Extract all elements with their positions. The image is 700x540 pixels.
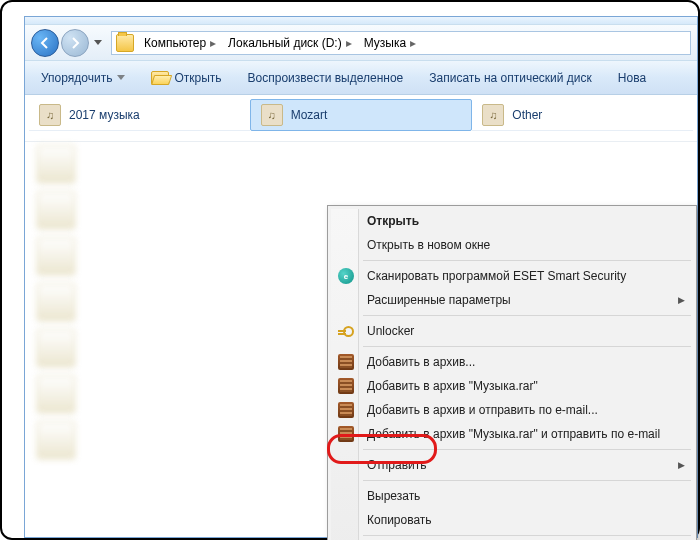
breadcrumb-label: Компьютер [144, 36, 206, 50]
open-button[interactable]: Открыть [143, 65, 229, 91]
burn-disc-button[interactable]: Записать на оптический диск [421, 65, 600, 91]
menu-separator [363, 346, 691, 347]
organize-label: Упорядочить [41, 71, 112, 85]
menu-label: Добавить в архив... [367, 355, 475, 369]
folder-name: Mozart [291, 108, 328, 122]
navbar: Компьютер▸ Локальный диск (D:)▸ Музыка▸ [25, 25, 697, 61]
breadcrumb-label: Локальный диск (D:) [228, 36, 342, 50]
menu-add-archive-named-email[interactable]: Добавить в архив "Музыка.rar" и отправит… [331, 422, 693, 446]
menu-label: Добавить в архив "Музыка.rar" [367, 379, 538, 393]
menu-label: Расширенные параметры [367, 293, 511, 307]
address-bar[interactable]: Компьютер▸ Локальный диск (D:)▸ Музыка▸ [111, 31, 691, 55]
context-menu: Открыть Открыть в новом окне eСканироват… [327, 205, 697, 540]
menu-open-new-window[interactable]: Открыть в новом окне [331, 233, 693, 257]
thumb-icon [37, 191, 75, 229]
menu-label: Отправить [367, 458, 427, 472]
submenu-arrow-icon: ▶ [678, 295, 685, 305]
thumb-icon [37, 145, 75, 183]
menu-separator [363, 260, 691, 261]
menu-separator [363, 315, 691, 316]
chevron-right-icon: ▸ [410, 36, 416, 50]
content-area: 2017 музыка Mozart Other [25, 95, 697, 537]
menu-label: Вырезать [367, 489, 420, 503]
subitem-list [25, 135, 285, 469]
burn-label: Записать на оптический диск [429, 71, 592, 85]
submenu-arrow-icon: ▶ [678, 460, 685, 470]
history-dropdown[interactable] [91, 33, 105, 53]
arrow-right-icon [69, 37, 81, 49]
menu-label: Добавить в архив "Музыка.rar" и отправит… [367, 427, 660, 441]
menu-label: Unlocker [367, 324, 414, 338]
forward-button[interactable] [61, 29, 89, 57]
organize-button[interactable]: Упорядочить [33, 65, 133, 91]
chevron-right-icon: ▸ [210, 36, 216, 50]
open-folder-icon [151, 71, 169, 85]
open-label: Открыть [174, 71, 221, 85]
folder-icon [116, 34, 134, 52]
menu-add-archive-email[interactable]: Добавить в архив и отправить по e-mail..… [331, 398, 693, 422]
chevron-right-icon: ▸ [346, 36, 352, 50]
chevron-down-icon [117, 75, 125, 80]
menu-unlocker[interactable]: Unlocker [331, 319, 693, 343]
list-item[interactable] [31, 233, 279, 279]
list-item[interactable] [31, 371, 279, 417]
menu-scan-eset[interactable]: eСканировать программой ESET Smart Secur… [331, 264, 693, 288]
arrow-left-icon [39, 37, 51, 49]
folder-thumb-icon [261, 104, 283, 126]
breadcrumb-segment[interactable]: Музыка▸ [358, 32, 422, 54]
folder-thumb-icon [39, 104, 61, 126]
menu-open[interactable]: Открыть [331, 209, 693, 233]
thumb-icon [37, 283, 75, 321]
play-selection-button[interactable]: Воспроизвести выделенное [240, 65, 412, 91]
winrar-icon [337, 377, 355, 395]
menu-label: Сканировать программой ESET Smart Securi… [367, 269, 626, 283]
winrar-icon [337, 401, 355, 419]
newf-label: Нова [618, 71, 646, 85]
thumb-icon [37, 375, 75, 413]
menu-label: Копировать [367, 513, 432, 527]
menu-label: Добавить в архив и отправить по e-mail..… [367, 403, 598, 417]
list-item[interactable] [31, 187, 279, 233]
list-item[interactable] [31, 417, 279, 463]
new-folder-button[interactable]: Нова [610, 65, 654, 91]
menu-label: Открыть в новом окне [367, 238, 490, 252]
chevron-down-icon [94, 40, 102, 45]
menu-label: Открыть [367, 214, 419, 228]
menu-copy[interactable]: Копировать [331, 508, 693, 532]
menu-send-to[interactable]: Отправить▶ [331, 453, 693, 477]
play-label: Воспроизвести выделенное [248, 71, 404, 85]
thumb-icon [37, 421, 75, 459]
menu-separator [363, 480, 691, 481]
titlebar [25, 17, 697, 25]
thumb-icon [37, 237, 75, 275]
folder-group[interactable]: Other [472, 99, 693, 131]
winrar-icon [337, 425, 355, 443]
thumb-icon [37, 329, 75, 367]
list-item[interactable] [31, 279, 279, 325]
key-icon [337, 322, 355, 340]
folder-group[interactable]: 2017 музыка [29, 99, 250, 131]
menu-advanced[interactable]: Расширенные параметры▶ [331, 288, 693, 312]
menu-add-archive-named[interactable]: Добавить в архив "Музыка.rar" [331, 374, 693, 398]
menu-separator [363, 535, 691, 536]
folder-name: 2017 музыка [69, 108, 140, 122]
menu-cut[interactable]: Вырезать [331, 484, 693, 508]
menu-add-archive[interactable]: Добавить в архив... [331, 350, 693, 374]
menu-separator [363, 449, 691, 450]
toolbar: Упорядочить Открыть Воспроизвести выделе… [25, 61, 697, 95]
back-button[interactable] [31, 29, 59, 57]
breadcrumb-segment[interactable]: Локальный диск (D:)▸ [222, 32, 358, 54]
breadcrumb-segment[interactable]: Компьютер▸ [138, 32, 222, 54]
folder-group-selected[interactable]: Mozart [250, 99, 473, 131]
eset-icon: e [337, 267, 355, 285]
breadcrumb-label: Музыка [364, 36, 406, 50]
list-item[interactable] [31, 141, 279, 187]
folder-thumb-icon [482, 104, 504, 126]
winrar-icon [337, 353, 355, 371]
explorer-window: Компьютер▸ Локальный диск (D:)▸ Музыка▸ … [24, 16, 698, 538]
folder-name: Other [512, 108, 542, 122]
list-item[interactable] [31, 325, 279, 371]
